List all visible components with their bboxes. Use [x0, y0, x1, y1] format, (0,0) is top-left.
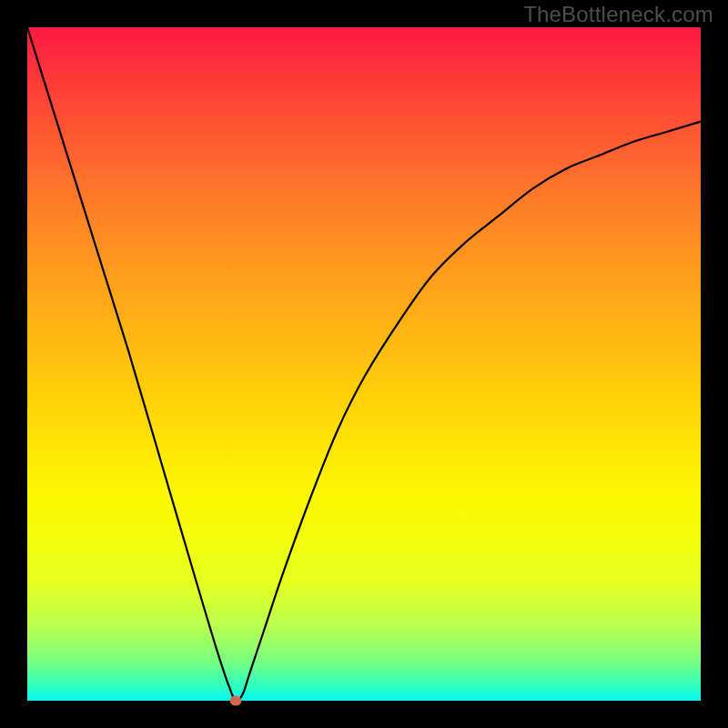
minimum-marker	[230, 696, 242, 706]
watermark-text: TheBottleneck.com	[523, 2, 713, 27]
bottleneck-curve	[27, 27, 701, 701]
chart-frame: TheBottleneck.com	[0, 0, 728, 728]
plot-area	[27, 27, 701, 701]
